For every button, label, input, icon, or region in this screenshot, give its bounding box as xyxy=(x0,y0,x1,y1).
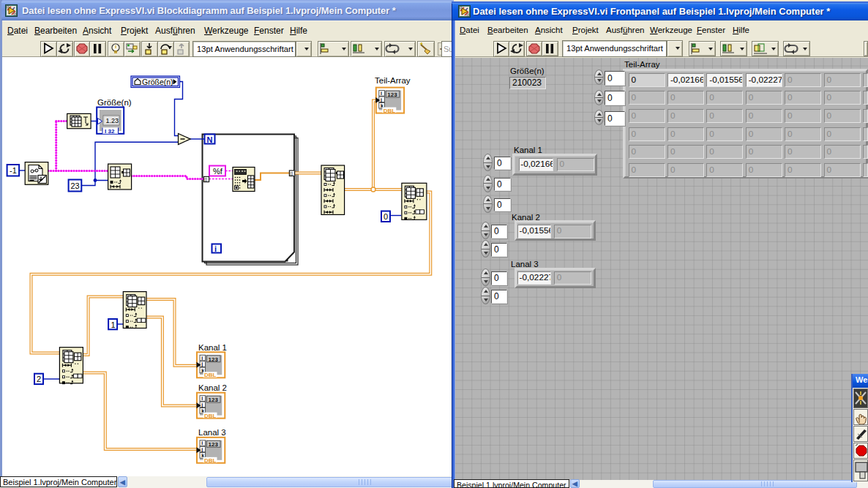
svg-text:Kanal 2: Kanal 2 xyxy=(198,383,227,392)
svg-text:i: i xyxy=(381,91,382,96)
svg-text:Größe(n): Größe(n) xyxy=(97,98,132,107)
svg-text:1.23: 1.23 xyxy=(106,117,119,124)
svg-text:i: i xyxy=(201,396,203,401)
svg-text:j: j xyxy=(380,97,382,103)
svg-text:I 32: I 32 xyxy=(105,128,115,135)
svg-text:i: i xyxy=(201,440,203,446)
svg-text:j: j xyxy=(201,447,203,453)
svg-text:Teil-Array: Teil-Array xyxy=(375,76,411,85)
svg-text:Kanal 1: Kanal 1 xyxy=(198,343,227,352)
svg-text:DBL: DBL xyxy=(204,372,217,378)
svg-text:123: 123 xyxy=(209,356,219,363)
svg-text:i: i xyxy=(201,356,203,361)
svg-text:[]: [] xyxy=(205,177,208,181)
svg-text:123: 123 xyxy=(209,397,219,403)
svg-text:DBL: DBL xyxy=(204,457,217,464)
svg-text:23: 23 xyxy=(71,181,80,190)
svg-text:2: 2 xyxy=(37,375,41,383)
svg-text:DBL: DBL xyxy=(204,413,217,419)
svg-text:Größe(n): Größe(n) xyxy=(142,78,173,86)
svg-text:-1: -1 xyxy=(10,166,17,175)
svg-text:Lanal 3: Lanal 3 xyxy=(198,428,226,437)
svg-text:[]: [] xyxy=(291,171,293,176)
svg-text:123: 123 xyxy=(387,91,397,98)
svg-text:123: 123 xyxy=(209,441,219,448)
svg-text:j: j xyxy=(201,361,203,367)
svg-text:DBL: DBL xyxy=(384,108,396,114)
svg-text:1: 1 xyxy=(111,320,116,329)
svg-text:i: i xyxy=(214,244,217,253)
svg-text:0: 0 xyxy=(384,212,388,221)
svg-text:N: N xyxy=(207,135,213,144)
svg-text:j: j xyxy=(201,402,203,408)
svg-text:%f: %f xyxy=(213,167,223,176)
